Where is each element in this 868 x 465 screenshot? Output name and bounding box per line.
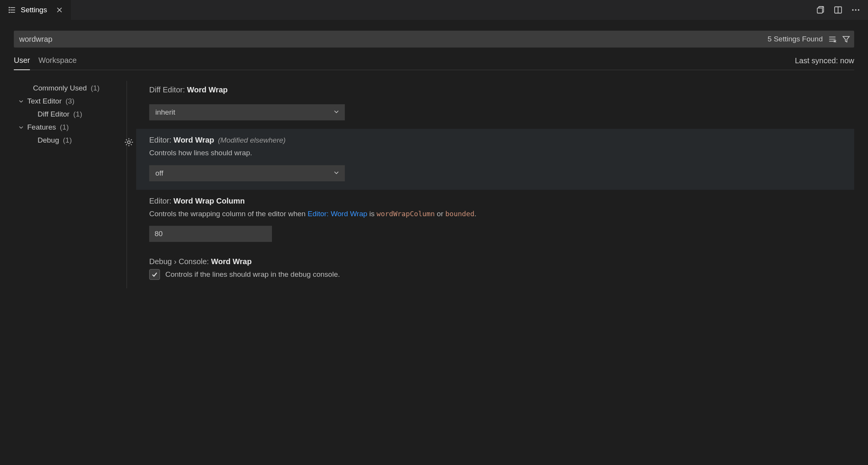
setting-scope: Diff Editor: bbox=[149, 85, 187, 94]
search-container: 5 Settings Found bbox=[14, 31, 854, 48]
close-icon[interactable] bbox=[54, 5, 65, 15]
setting-title: Debug › Console: Word Wrap bbox=[149, 257, 847, 266]
svg-point-3 bbox=[9, 10, 10, 10]
tab-bar: Settings bbox=[0, 0, 868, 20]
checkbox-debug-console-word-wrap[interactable] bbox=[149, 269, 160, 280]
setting-name: Word Wrap Column bbox=[173, 197, 245, 205]
select-value: inherit bbox=[155, 108, 175, 117]
chevron-down-icon bbox=[333, 108, 339, 117]
scope-row: User Workspace Last synced: now bbox=[14, 56, 854, 70]
select-editor-word-wrap[interactable]: off bbox=[149, 165, 345, 181]
more-actions-icon[interactable] bbox=[850, 5, 861, 15]
setting-editor-word-wrap: Editor: Word Wrap(Modified elsewhere) Co… bbox=[136, 129, 854, 190]
setting-description: Controls how lines should wrap. bbox=[149, 148, 847, 158]
setting-name: Word Wrap bbox=[187, 85, 228, 94]
setting-scope: Debug › Console: bbox=[149, 257, 211, 266]
scope-tabs: User Workspace bbox=[14, 56, 77, 70]
svg-point-13 bbox=[858, 9, 860, 11]
sidebar-item-commonly-used[interactable]: Commonly Used (1) bbox=[14, 82, 127, 95]
search-input[interactable] bbox=[14, 31, 768, 48]
tree-label: Text Editor bbox=[27, 97, 62, 105]
setting-editor-word-wrap-column: Editor: Word Wrap Column Controls the wr… bbox=[136, 190, 854, 251]
sidebar-item-text-editor[interactable]: Text Editor (3) bbox=[14, 95, 127, 108]
setting-scope: Editor: bbox=[149, 197, 173, 205]
tree-count: (1) bbox=[60, 123, 69, 131]
chevron-down-icon bbox=[18, 125, 24, 130]
tab-user[interactable]: User bbox=[14, 56, 30, 70]
setting-diff-editor-word-wrap: Diff Editor: Word Wrap inherit bbox=[136, 79, 854, 129]
sidebar-item-diff-editor[interactable]: Diff Editor (1) bbox=[14, 108, 127, 121]
sidebar-item-features[interactable]: Features (1) bbox=[14, 121, 127, 134]
tree-count: (1) bbox=[73, 110, 82, 118]
svg-point-5 bbox=[9, 12, 10, 13]
settings-content: 5 Settings Found User Workspace Last syn… bbox=[0, 20, 868, 288]
sidebar-item-debug[interactable]: Debug (1) bbox=[14, 134, 127, 147]
tree-count: (3) bbox=[66, 97, 74, 105]
tab-actions bbox=[815, 0, 868, 20]
tree-label: Diff Editor bbox=[38, 110, 69, 118]
svg-point-19 bbox=[127, 141, 130, 143]
tab-label: Settings bbox=[21, 6, 47, 14]
settings-list-icon bbox=[8, 6, 16, 14]
settings-body: Commonly Used (1) Text Editor (3) Diff E… bbox=[14, 81, 854, 288]
tab-workspace[interactable]: Workspace bbox=[38, 56, 77, 70]
search-result-count: 5 Settings Found bbox=[768, 35, 827, 43]
settings-sidebar: Commonly Used (1) Text Editor (3) Diff E… bbox=[14, 81, 127, 288]
tab-settings[interactable]: Settings bbox=[0, 0, 71, 20]
setting-title: Diff Editor: Word Wrap bbox=[149, 85, 847, 94]
svg-point-1 bbox=[9, 7, 10, 8]
open-settings-json-icon[interactable] bbox=[815, 5, 826, 15]
setting-name: Word Wrap bbox=[211, 257, 252, 266]
checkbox-row: Controls if the lines should wrap in the… bbox=[149, 269, 847, 280]
setting-description: Controls the wrapping column of the edit… bbox=[149, 209, 847, 219]
settings-list: Diff Editor: Word Wrap inherit bbox=[127, 81, 854, 288]
select-diff-word-wrap[interactable]: inherit bbox=[149, 104, 345, 120]
tree-label: Features bbox=[27, 123, 56, 131]
svg-point-11 bbox=[852, 9, 854, 11]
setting-title: Editor: Word Wrap(Modified elsewhere) bbox=[149, 136, 847, 145]
gear-icon[interactable] bbox=[124, 137, 134, 147]
setting-description: Controls if the lines should wrap in the… bbox=[165, 270, 340, 279]
svg-rect-8 bbox=[817, 8, 823, 13]
filter-icon[interactable] bbox=[840, 33, 852, 45]
select-value: off bbox=[155, 169, 163, 177]
last-synced-label: Last synced: now bbox=[795, 56, 854, 70]
svg-point-12 bbox=[855, 9, 856, 11]
setting-title: Editor: Word Wrap Column bbox=[149, 197, 847, 205]
chevron-down-icon bbox=[18, 99, 24, 104]
split-editor-icon[interactable] bbox=[833, 5, 843, 15]
tree-count: (1) bbox=[91, 84, 99, 92]
chevron-down-icon bbox=[333, 169, 339, 177]
clear-search-icon[interactable] bbox=[827, 33, 838, 45]
tree-label: Commonly Used bbox=[33, 84, 87, 92]
setting-link[interactable]: Editor: Word Wrap bbox=[308, 210, 367, 218]
setting-name: Word Wrap bbox=[173, 136, 214, 144]
setting-hint: (Modified elsewhere) bbox=[218, 136, 285, 144]
tree-label: Debug bbox=[38, 136, 59, 145]
input-word-wrap-column[interactable] bbox=[149, 226, 272, 242]
tree-count: (1) bbox=[63, 136, 72, 145]
setting-scope: Editor: bbox=[149, 136, 173, 144]
setting-debug-console-word-wrap: Debug › Console: Word Wrap Controls if t… bbox=[136, 250, 854, 288]
